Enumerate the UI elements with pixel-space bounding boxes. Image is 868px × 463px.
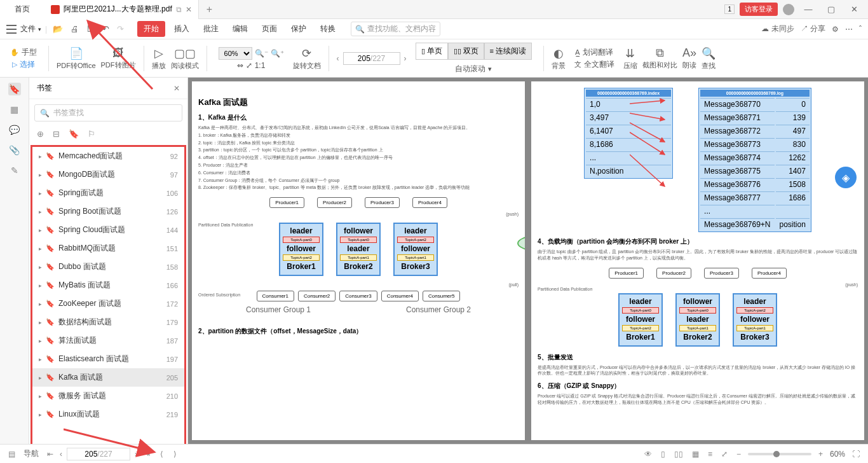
file-tab[interactable]: 阿里巴巴2021J...大专题整理.pdf ⧉ ✕ — [44, 0, 199, 19]
bookmark-item[interactable]: ▸🔖数据结构面试题179 — [32, 313, 184, 331]
hand-tool[interactable]: ✋ 手型 — [10, 47, 37, 58]
continuous-button[interactable]: ≡ 连续阅读 — [484, 43, 532, 60]
read-aloud-button[interactable]: A»朗读 — [682, 46, 696, 70]
user-avatar-icon[interactable] — [783, 4, 794, 15]
print-icon[interactable]: 🖨 — [69, 24, 81, 34]
bookmark-icon[interactable]: 🔖 — [8, 83, 21, 95]
double-page-button[interactable]: ▯▯ 双页 — [448, 43, 484, 60]
back-icon[interactable]: ⟨ — [158, 450, 165, 459]
bookmark-item[interactable]: ▸🔖Spring Cloud面试题144 — [32, 221, 184, 239]
last-page-icon[interactable]: ⇥ — [142, 450, 152, 459]
bookmark-item[interactable]: ▸🔖Kafka 面试题205 — [32, 368, 184, 387]
bookmark-item[interactable]: ▸🔖MongoDB面试题97 — [32, 165, 184, 184]
status-page-input[interactable]: 205/227 — [67, 448, 130, 460]
tab-external-icon[interactable]: ⧉ — [176, 5, 182, 14]
zoom-select[interactable]: 60% — [219, 47, 252, 60]
search-input[interactable]: 🔍 查找功能、文档内容 — [351, 22, 440, 36]
signature-icon[interactable]: ✎ — [8, 164, 21, 177]
prev-page-icon[interactable]: ‹ — [58, 450, 64, 459]
bookmark-item[interactable]: ▸🔖Linux面试题219 — [32, 405, 184, 424]
zoom-slider[interactable] — [748, 453, 811, 455]
home-tab[interactable]: 首页 — [0, 0, 44, 19]
actual-size-icon[interactable]: 1:1 — [255, 61, 266, 70]
hamburger-icon[interactable] — [6, 25, 17, 34]
thumbnail-icon[interactable]: ▦ — [8, 103, 21, 116]
zoom-in-icon[interactable]: + — [817, 450, 825, 459]
view-single-icon[interactable]: ▯ — [659, 450, 667, 459]
window-count[interactable]: 1 — [724, 4, 735, 14]
full-translate[interactable]: 文 全文翻译 — [574, 59, 614, 70]
next-page-icon[interactable]: › — [133, 450, 139, 459]
fit-page-icon[interactable]: ⤢ — [246, 61, 252, 70]
bookmark-settings-icon[interactable]: ⚐ — [88, 129, 95, 139]
comment-icon[interactable]: 💬 — [8, 123, 21, 136]
tab-page[interactable]: 页面 — [257, 24, 282, 34]
tab-insert[interactable]: 插入 — [169, 24, 194, 34]
maximize-icon[interactable]: ▢ — [822, 4, 840, 14]
bookmark-search[interactable]: 🔍 书签查找 — [34, 104, 182, 121]
share-button[interactable]: ↗ 分享 — [801, 24, 825, 34]
bookmark-item[interactable]: ▸🔖Elasticsearch 面试题197 — [32, 350, 184, 368]
floating-assistant-icon[interactable]: ◈ — [835, 167, 857, 188]
pdf-to-office[interactable]: 📄PDF转Office — [57, 46, 96, 71]
next-page-icon[interactable]: › — [404, 54, 407, 63]
eye-icon[interactable]: 👁 — [642, 450, 654, 459]
sync-status[interactable]: ☁ 未同步 — [761, 24, 794, 34]
zoom-out-icon[interactable]: − — [735, 450, 743, 459]
screenshot-button[interactable]: ⧉截图和对比 — [642, 46, 677, 70]
nav-toggle-icon[interactable]: ▤ — [6, 450, 17, 459]
undo-icon[interactable]: ↶ — [100, 24, 111, 34]
zoom-value[interactable]: 60% — [830, 450, 845, 459]
bookmark-item[interactable]: ▸🔖RabbitMQ面试题151 — [32, 239, 184, 258]
close-icon[interactable]: ✕ — [845, 4, 863, 14]
attachment-icon[interactable]: 📎 — [8, 144, 21, 156]
single-page-button[interactable]: ▯ 单页 — [416, 43, 448, 60]
read-mode[interactable]: ▢▢阅读模式 — [171, 46, 199, 71]
tab-start[interactable]: 开始 — [137, 21, 165, 37]
new-tab-button[interactable]: + — [199, 4, 220, 15]
bookmark-item[interactable]: ▸🔖ZooKeeper 面试题172 — [32, 294, 184, 313]
pdf-to-image[interactable]: 🖼PDF转图片 — [101, 46, 136, 70]
view-grid-icon[interactable]: ▦ — [690, 450, 701, 459]
tab-annotate[interactable]: 批注 — [198, 24, 224, 34]
panel-close-icon[interactable]: ✕ — [173, 84, 180, 93]
add-bookmark-icon[interactable]: ⊕ — [37, 129, 44, 139]
file-menu[interactable]: 文件 — [20, 24, 41, 34]
bookmark-item[interactable]: ▸🔖Spring面试题106 — [32, 184, 184, 202]
page-input[interactable]: 205/227 — [343, 52, 400, 65]
tab-protect[interactable]: 保护 — [286, 24, 311, 34]
open-icon[interactable]: 📂 — [51, 24, 65, 34]
zoom-out-icon[interactable]: 🔍⁻ — [255, 49, 268, 58]
save-icon[interactable]: 🖫 — [85, 24, 97, 34]
settings-icon[interactable]: ⚙ — [832, 25, 839, 34]
background-button[interactable]: ◐背景 — [552, 46, 566, 71]
fullscreen-icon[interactable]: ⛶ — [850, 450, 862, 459]
select-tool[interactable]: ▷ 选择 — [12, 59, 35, 70]
redo-icon[interactable]: ↷ — [115, 24, 126, 34]
bookmark-item[interactable]: ▸🔖Dubbo 面试题158 — [32, 258, 184, 276]
bookmark-item[interactable]: ▸🔖算法面试题187 — [32, 331, 184, 350]
delete-bookmark-icon[interactable]: ⊟ — [53, 129, 60, 139]
prev-page-icon[interactable]: ‹ — [337, 54, 339, 63]
play-button[interactable]: ▷播放 — [152, 46, 166, 71]
view-cont-icon[interactable]: ≡ — [706, 450, 714, 459]
content-area[interactable]: Kafka 面试题 1、Kafka 是什么 Kafka 是一种高吞吐、分布式、基… — [188, 78, 868, 444]
fit-icon[interactable]: ⤢ — [719, 450, 729, 459]
auto-scroll[interactable]: 自动滚动 ▾ — [455, 64, 492, 74]
tab-convert[interactable]: 转换 — [315, 24, 341, 34]
tab-close-icon[interactable]: ✕ — [186, 5, 192, 14]
bookmark-item[interactable]: ▸🔖MyBatis 面试题166 — [32, 276, 184, 294]
first-page-icon[interactable]: ⇤ — [45, 450, 55, 459]
rotate-doc[interactable]: ⟳旋转文档 — [293, 46, 321, 71]
compress-button[interactable]: ⇊压缩 — [623, 46, 637, 71]
word-translate[interactable]: A̲ 划词翻译 — [575, 47, 613, 58]
bookmark-item[interactable]: ▸🔖微服务 面试题210 — [32, 387, 184, 405]
tab-edit[interactable]: 编辑 — [227, 24, 253, 34]
view-double-icon[interactable]: ▯▯ — [672, 450, 685, 459]
find-button[interactable]: 🔍查找 — [702, 46, 715, 71]
more-icon[interactable]: ⋯ — [845, 25, 853, 34]
minimize-icon[interactable]: — — [799, 4, 817, 14]
bookmark-item[interactable]: ▸🔖Memcached面试题92 — [32, 147, 184, 165]
forward-icon[interactable]: ⟩ — [172, 450, 179, 459]
bookmark-tool-icon[interactable]: 🔖 — [69, 129, 79, 139]
